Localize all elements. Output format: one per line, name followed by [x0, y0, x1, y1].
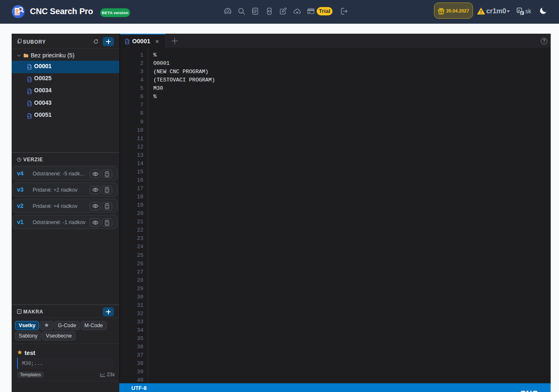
svg-text:CNC: CNC — [15, 12, 20, 15]
